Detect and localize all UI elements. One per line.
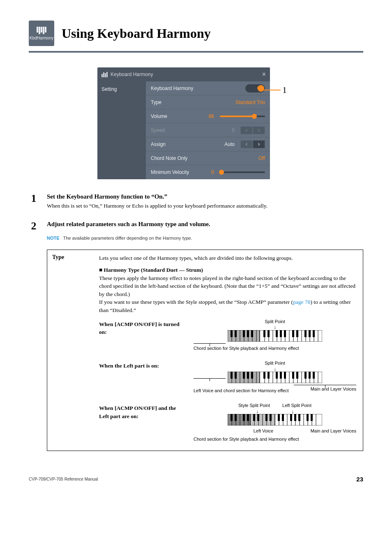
svg-rect-75 [304,372,307,379]
kbd-row2-label: When the Left part is on: [99,360,185,370]
svg-rect-117 [311,414,313,421]
svg-rect-110 [270,414,272,421]
kbd-row3-caption-bottom: Chord section for Style playback and Har… [194,436,356,442]
down-arrow-icon: ↓ [194,368,356,371]
window-titlebar: Keyboard Harmony × [97,67,270,81]
speed-dec-button [240,126,253,134]
step-1-number: 1 [29,193,39,204]
page-title: Using Keyboard Harmony [62,26,211,41]
speed-stepper [240,126,265,134]
step-1-heading: Set the Keyboard Harmony function to “On… [47,193,363,200]
assign-inc-button[interactable] [253,140,265,148]
kbd-row2-splitpoint: Split Point [194,360,356,367]
svg-rect-112 [282,414,284,421]
toggle-knob [258,85,264,92]
page-ref-link[interactable]: page 78 [293,299,310,305]
keyboard-icon [228,372,322,383]
svg-rect-70 [276,372,278,379]
type-col-header: Type [47,250,92,451]
step-2-number: 2 [29,221,39,231]
volume-slider[interactable] [220,116,265,117]
svg-rect-74 [296,372,298,379]
svg-rect-27 [247,330,249,337]
keyboard-icon [228,414,322,426]
svg-rect-108 [257,414,259,421]
kh-toggle[interactable]: On [245,84,265,92]
svg-rect-33 [284,330,286,337]
svg-rect-25 [235,330,237,337]
type-value: Standard Trio [235,99,265,105]
kbd-row1-caption: Chord section for Style playback and Har… [194,345,356,351]
speed-label: Speed [151,127,227,133]
kbd-row3-diagram: Style Split Point Left Split Point ↓↓ [194,402,356,442]
header-divider [29,51,363,53]
speed-inc-button [253,126,265,134]
icon-label: KbdHarmony [30,36,53,40]
volume-value: 86 [205,113,217,119]
note-line: NOTE The available parameters differ dep… [47,236,363,240]
svg-rect-26 [243,330,245,337]
chord-value: Off [258,155,265,161]
assign-dec-button[interactable] [240,140,253,148]
row-assign: Assign Auto [146,137,270,151]
callout-line [258,90,281,90]
chord-label: Chord Note Only [151,155,258,161]
kbd-row3-left-split: Left Split Point [282,402,311,409]
row-speed: Speed 0 [146,123,270,137]
svg-rect-71 [280,372,282,379]
svg-rect-77 [313,372,315,379]
sidebar-item-setting[interactable]: Setting [101,86,142,92]
svg-rect-107 [253,414,255,421]
svg-rect-24 [231,330,233,337]
type-label: Type [151,99,235,105]
kbd-row1-diagram: Split Point ↓ [194,319,356,352]
down-arrow-icon: ↓ [291,410,294,413]
kbd-harmony-app-icon: KbdHarmony [29,21,54,46]
settings-sidebar: Setting [97,81,146,179]
svg-rect-69 [267,372,270,379]
svg-rect-114 [294,414,296,421]
keyboard-icon [228,330,322,342]
svg-rect-67 [251,372,253,379]
minvel-slider[interactable] [220,171,265,173]
svg-rect-35 [296,330,298,337]
row-type[interactable]: Type Standard Trio [146,95,270,109]
volume-label: Volume [151,113,205,119]
svg-rect-104 [235,414,237,421]
svg-rect-105 [243,414,245,421]
kbd-row3-label: When [ACMP ON/OFF] and the Left part are… [99,402,185,420]
settings-screenshot: Keyboard Harmony × Setting Keyboard Harm… [97,67,270,179]
minvel-label: Minimum Velocity [151,169,207,175]
svg-rect-38 [313,330,315,337]
type-table: Type Lets you select one of the Harmony … [47,250,363,451]
svg-rect-115 [298,414,300,421]
svg-rect-66 [247,372,249,379]
svg-rect-76 [309,372,311,379]
svg-rect-68 [263,372,265,379]
close-icon[interactable]: × [262,71,266,78]
step-2-heading: Adjust related parameters such as Harmon… [47,221,363,228]
svg-rect-116 [307,414,309,421]
kbd-row3-left-voice: Left Voice [254,428,273,435]
svg-rect-111 [278,414,280,421]
kbd-row3-style-split: Style Split Point [238,402,270,409]
step-1-text: When this is set to “On,” Harmony or Ech… [47,202,363,210]
harmony-type-desc: These types apply the harmony effect to … [99,274,356,314]
kbd-row2-diagram: Split Point ↓ Main and Layer [194,360,356,393]
kbd-row1-splitpoint: Split Point [194,319,356,325]
down-arrow-icon: ↓ [256,410,258,413]
type-intro: Lets you select one of the Harmony types… [99,254,356,262]
callout-number: 1 [282,85,287,95]
svg-rect-34 [292,330,294,337]
footer-page-number: 23 [356,476,363,483]
harmony-type-subheading: Harmony Type (Standard Duet — Strum) [99,266,356,274]
row-min-velocity: Minimum Velocity 0 [146,165,270,179]
svg-rect-106 [247,414,249,421]
footer-doc-title: CVP-709/CVP-705 Reference Manual [29,477,98,481]
svg-rect-65 [243,372,245,379]
assign-stepper[interactable] [240,140,265,148]
svg-rect-29 [263,330,265,337]
row-chord-note-only[interactable]: Chord Note Only Off [146,151,270,165]
svg-rect-37 [309,330,311,337]
window-title: Keyboard Harmony [111,72,153,77]
